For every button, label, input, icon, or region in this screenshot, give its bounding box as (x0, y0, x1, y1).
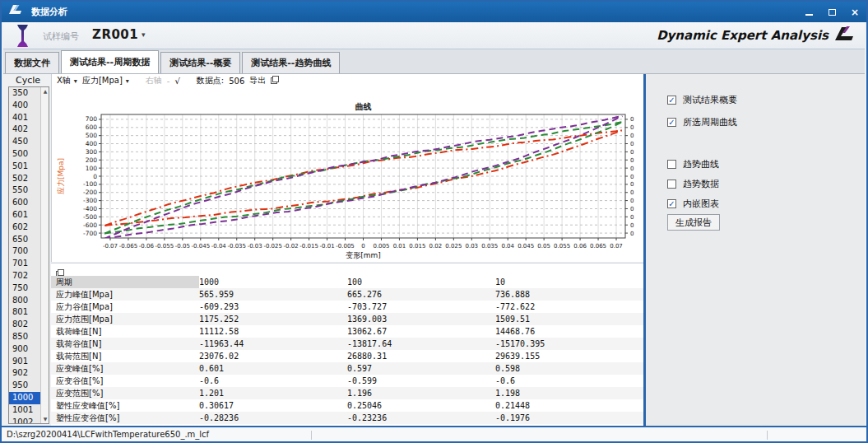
cycle-list-item[interactable]: 750 (9, 282, 40, 295)
tab-0[interactable]: 数据文件 (5, 52, 59, 73)
cycle-list-item[interactable]: 1002 (9, 417, 40, 423)
cycle-list-item[interactable]: 800 (9, 295, 40, 307)
cycle-list-item[interactable]: 650 (9, 234, 40, 246)
svg-text:0.005: 0.005 (373, 243, 389, 249)
x-axis-selector[interactable]: X轴 (57, 75, 71, 86)
chevron-down-icon[interactable]: ▾ (126, 77, 129, 85)
cycle-list-item[interactable]: 701 (9, 258, 40, 270)
cycle-list-scrollbar[interactable]: ▲ ▼ (40, 87, 49, 423)
cycle-list-item[interactable]: 401 (9, 112, 40, 124)
cycle-list-item[interactable]: 700 (9, 245, 40, 258)
svg-text:0.02: 0.02 (429, 243, 443, 249)
table-cell: 665.276 (347, 288, 495, 301)
checkbox-row-1[interactable]: ✓所选周期曲线 (667, 116, 737, 128)
svg-text:0: 0 (630, 133, 634, 139)
svg-text:0: 0 (630, 181, 634, 188)
svg-text:-300: -300 (83, 197, 97, 204)
svg-text:0: 0 (630, 116, 634, 123)
table-cell: 736.888 (495, 288, 643, 301)
cycle-list-item[interactable]: 1001 (9, 404, 40, 417)
checkbox-row-0[interactable]: ✓测试结果概要 (667, 94, 737, 106)
file-path-text: D:\szrg20200414\LCFwithTemperature650_.m… (7, 430, 209, 439)
checkbox-row-2[interactable]: 趋势曲线 (667, 158, 719, 170)
table-cell: 1.196 (347, 387, 495, 399)
svg-text:0: 0 (630, 166, 634, 172)
cycle-list-item[interactable]: 350 (9, 87, 40, 100)
checkbox-unchecked-icon[interactable] (667, 180, 676, 189)
sample-dropdown-caret[interactable]: ▾ (142, 30, 146, 39)
table-cell: 13062.67 (347, 325, 495, 338)
table-row: 载荷范围[N]23076.0226880.3129639.155 (51, 350, 643, 362)
table-row: 应变峰值[%]0.6010.5970.598 (51, 362, 643, 375)
cycle-list-item[interactable]: 702 (9, 270, 40, 282)
cycle-list-item[interactable]: 550 (9, 184, 40, 197)
cycle-list-item[interactable]: 400 (9, 100, 40, 112)
tab-2[interactable]: 测试结果--概要 (160, 52, 240, 73)
cycle-list-item[interactable]: 500 (9, 148, 40, 161)
scroll-up-icon[interactable]: ▲ (41, 87, 49, 96)
svg-text:-0.015: -0.015 (299, 243, 318, 249)
svg-text:400: 400 (86, 140, 98, 147)
cycle-list-item[interactable]: 602 (9, 222, 40, 234)
checkbox-row-3[interactable]: 趋势数据 (667, 178, 719, 190)
svg-text:600: 600 (86, 124, 98, 131)
svg-text:-0.03: -0.03 (248, 243, 262, 249)
cycle-list-item[interactable]: 1000 (9, 392, 40, 404)
svg-text:0: 0 (630, 214, 634, 221)
checkbox-checked-icon[interactable]: ✓ (667, 118, 676, 127)
cycle-list-item[interactable]: 502 (9, 173, 40, 185)
cycle-list-item[interactable]: 600 (9, 197, 40, 209)
right-axis-dash: - (167, 77, 170, 86)
maximize-button[interactable] (827, 7, 837, 17)
export-button[interactable]: 导出 (249, 75, 266, 86)
cycle-list-item[interactable]: 801 (9, 306, 40, 319)
cycle-list-item[interactable]: 450 (9, 136, 40, 148)
y-axis-selector[interactable]: 应力[Mpa] (82, 75, 123, 86)
table-cell: -0.599 (347, 375, 495, 387)
right-axis-label: 右轴 (146, 75, 162, 86)
minimize-button[interactable] (804, 7, 814, 17)
cycle-listbox: 3504004014024505005015025506006016026507… (8, 86, 49, 424)
row-label: 载荷谷值[N] (51, 338, 199, 350)
table-cell: -772.622 (495, 301, 643, 313)
checkbox-label: 趋势曲线 (683, 158, 719, 170)
cycle-list-item[interactable]: 802 (9, 319, 40, 331)
close-button[interactable]: × (850, 7, 860, 17)
generate-report-button[interactable]: 生成报告 (667, 214, 720, 231)
table-cell: 14468.76 (495, 325, 643, 338)
checkbox-checked-icon[interactable]: ✓ (667, 96, 676, 105)
results-table: 周期100010010应力峰值[Mpa]565.959665.276736.88… (51, 276, 643, 426)
cycle-list-item[interactable]: 902 (9, 367, 40, 380)
sample-number-value[interactable]: ZR001 (92, 27, 138, 42)
scroll-down-icon[interactable]: ▼ (41, 415, 49, 423)
chart-panel: X轴 ▾ 应力[Mpa] ▾ 右轴 - √ 数据点: 506 导出 (51, 74, 643, 262)
checkmark-icon[interactable]: √ (174, 77, 179, 86)
cycle-list-item[interactable]: 850 (9, 331, 40, 343)
checkbox-unchecked-icon[interactable] (667, 160, 676, 169)
status-divider (767, 431, 768, 440)
row-label: 应力谷值[Mpa] (51, 301, 199, 313)
svg-text:700: 700 (86, 115, 98, 123)
cycle-list-item[interactable]: 901 (9, 356, 40, 368)
cycle-list-item[interactable]: 402 (9, 124, 40, 136)
export-window-icon[interactable] (271, 76, 279, 86)
svg-text:0.01: 0.01 (393, 243, 406, 249)
tab-3[interactable]: 测试结果--趋势曲线 (242, 52, 340, 73)
table-row: 塑性应变峰值[%]0.306170.250460.21448 (51, 399, 643, 412)
checkbox-checked-icon[interactable]: ✓ (667, 199, 676, 208)
brand-text: Dynamic Expert Analysis (657, 28, 829, 43)
table-cell: 11112.58 (199, 325, 347, 338)
cycle-list-item[interactable]: 900 (9, 343, 40, 356)
table-cell: -13817.64 (347, 338, 495, 350)
svg-text:0.04: 0.04 (501, 243, 514, 249)
tab-1[interactable]: 测试结果--周期数据 (61, 50, 159, 73)
cycle-list-item[interactable]: 501 (9, 161, 40, 173)
cycle-list-item[interactable]: 601 (9, 209, 40, 222)
cycle-list-item[interactable]: 950 (9, 380, 40, 392)
chevron-down-icon[interactable]: ▾ (74, 77, 77, 85)
row-label: 应变范围[%] (51, 387, 199, 399)
svg-text:0: 0 (630, 198, 634, 204)
svg-text:200: 200 (86, 156, 98, 164)
report-options-panel: 生成报告 ✓测试结果概要✓所选周期曲线趋势曲线趋势数据✓内嵌图表 (646, 74, 865, 426)
checkbox-row-4[interactable]: ✓内嵌图表 (667, 198, 719, 210)
